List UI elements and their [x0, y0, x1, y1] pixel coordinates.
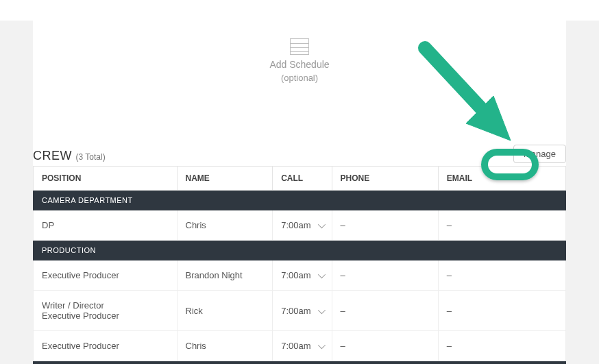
table-row: Executive ProducerBrandon Night7:00am––	[34, 260, 566, 291]
cell-phone: –	[332, 291, 438, 331]
col-call: CALL	[273, 167, 332, 191]
cell-name: Brandon Night	[177, 260, 273, 291]
chevron-down-icon	[317, 306, 325, 313]
call-time-dropdown[interactable]: 7:00am	[273, 331, 332, 361]
col-phone: PHONE	[332, 167, 438, 191]
table-row: DPChris7:00am––	[34, 210, 566, 241]
crew-header: CREW (3 Total) Manage	[33, 145, 566, 166]
cell-position: Executive Producer	[34, 331, 178, 361]
department-header-row: PRODUCTION	[34, 241, 566, 260]
chevron-down-icon	[317, 341, 325, 349]
crew-table: POSITION NAME CALL PHONE EMAIL CAMERA DE…	[33, 166, 566, 364]
cell-phone: –	[332, 331, 438, 361]
table-row: Writer / DirectorExecutive ProducerRick7…	[34, 291, 566, 331]
cell-position: Executive Producer	[34, 260, 178, 291]
cell-name: Chris	[177, 210, 273, 241]
cell-email: –	[438, 260, 565, 291]
crew-title: CREW (3 Total)	[33, 149, 106, 163]
department-header-row: POST PRODUCTION	[34, 361, 566, 365]
manage-button-label: Manage	[524, 149, 556, 159]
top-bar	[0, 0, 599, 21]
call-time-dropdown[interactable]: 7:00am	[273, 210, 332, 241]
call-time-dropdown[interactable]: 7:00am	[273, 260, 332, 291]
add-schedule-label: Add Schedule	[269, 59, 329, 70]
cell-email: –	[438, 331, 565, 361]
table-row: Executive ProducerChris7:00am––	[34, 331, 566, 361]
call-time-dropdown[interactable]: 7:00am	[273, 291, 332, 331]
department-name: PRODUCTION	[34, 241, 566, 260]
cell-email: –	[438, 291, 565, 331]
col-email: EMAIL	[438, 167, 565, 191]
col-name: NAME	[177, 167, 273, 191]
crew-table-header-row: POSITION NAME CALL PHONE EMAIL	[34, 167, 566, 191]
cell-phone: –	[332, 210, 438, 241]
chevron-down-icon	[317, 271, 325, 278]
crew-section: CREW (3 Total) Manage POSITION NAME CALL…	[33, 145, 566, 364]
cell-email: –	[438, 210, 565, 241]
chevron-down-icon	[317, 221, 325, 228]
cell-name: Rick	[177, 291, 273, 331]
col-position: POSITION	[34, 167, 178, 191]
cell-position: DP	[34, 210, 178, 241]
crew-title-text: CREW	[33, 149, 72, 162]
add-schedule-button[interactable]: Add Schedule (optional)	[33, 38, 566, 83]
cell-phone: –	[332, 260, 438, 291]
crew-count: (3 Total)	[76, 152, 106, 162]
department-name: CAMERA DEPARTMENT	[34, 191, 566, 210]
cell-position: Writer / DirectorExecutive Producer	[34, 291, 178, 331]
department-name: POST PRODUCTION	[34, 361, 566, 365]
page-card: Add Schedule (optional) CREW (3 Total) M…	[33, 21, 566, 364]
manage-button[interactable]: Manage	[513, 145, 566, 163]
schedule-icon	[290, 38, 309, 55]
add-schedule-optional-label: (optional)	[281, 73, 318, 83]
department-header-row: CAMERA DEPARTMENT	[34, 191, 566, 210]
cell-name: Chris	[177, 331, 273, 361]
